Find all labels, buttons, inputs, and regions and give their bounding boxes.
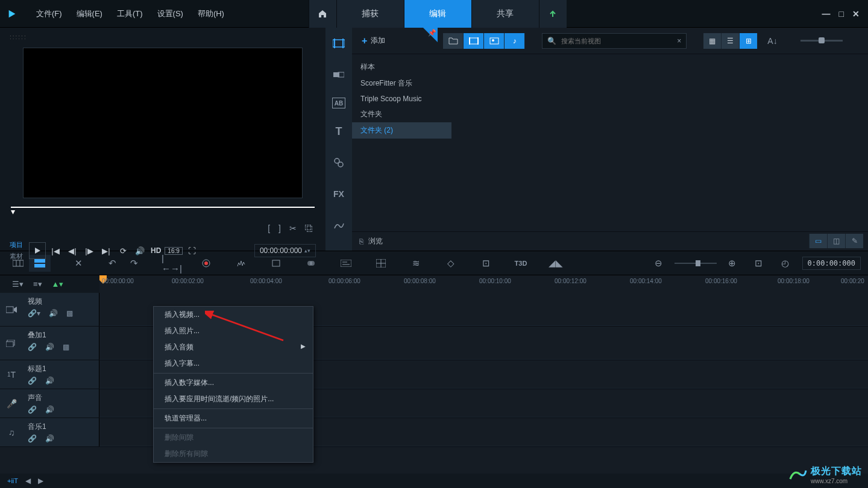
panel-layout-1-icon[interactable]: ▭ bbox=[809, 234, 827, 248]
track-mute-icon[interactable]: 🔊 bbox=[45, 405, 54, 414]
next-frame-button[interactable]: |▶ bbox=[82, 243, 96, 258]
filter-video-icon[interactable] bbox=[464, 33, 484, 49]
add-track-button[interactable]: +iiT bbox=[7, 477, 18, 484]
window-maximize[interactable]: □ bbox=[839, 9, 844, 19]
menu-tools[interactable]: 工具(T) bbox=[117, 8, 143, 19]
scrub-marker-icon[interactable]: ▾ bbox=[11, 207, 15, 216]
clip-mode-label[interactable]: 素材 bbox=[10, 252, 23, 261]
cm-insert-video[interactable]: 插入视频... bbox=[154, 307, 313, 323]
folder-triplescoop[interactable]: Triple Scoop Music bbox=[352, 92, 451, 106]
sort-icon[interactable]: A↓ bbox=[767, 36, 777, 46]
fullscreen-button[interactable]: ⛶ bbox=[185, 243, 200, 258]
track-visible-icon[interactable]: ▩ bbox=[63, 343, 69, 351]
tab-capture[interactable]: 捕获 bbox=[336, 0, 404, 28]
scroll-right-icon[interactable]: ▶ bbox=[38, 477, 43, 485]
folder-sample[interactable]: 样本 bbox=[352, 59, 451, 75]
lib-cat-media-icon[interactable] bbox=[330, 35, 347, 52]
folder-scorefitter[interactable]: ScoreFitter 音乐 bbox=[352, 75, 451, 92]
lib-cat-transitions-icon[interactable] bbox=[330, 66, 347, 83]
snapshot-icon[interactable]: ⿻ bbox=[305, 224, 313, 233]
panel-edit-icon[interactable]: ✎ bbox=[845, 234, 863, 248]
go-start-button[interactable]: |◀ bbox=[48, 243, 63, 258]
lib-cat-fx-icon[interactable]: FX bbox=[330, 186, 347, 202]
track-mute-icon[interactable]: 🔊 bbox=[49, 309, 58, 318]
search-input[interactable] bbox=[561, 37, 672, 45]
folder-2[interactable]: 文件夹 (2) bbox=[352, 122, 451, 139]
view-list-icon[interactable]: ☰ bbox=[722, 33, 740, 49]
motion-icon[interactable]: ◇ bbox=[440, 255, 462, 272]
video-preview[interactable] bbox=[23, 48, 303, 198]
filter-folder-icon[interactable] bbox=[443, 33, 464, 49]
mark-in-icon[interactable]: [ bbox=[268, 224, 270, 233]
cm-track-manager[interactable]: 轨道管理器... bbox=[154, 410, 313, 427]
track-link-icon[interactable]: 🔗 bbox=[28, 377, 37, 385]
track-mute-icon[interactable]: 🔊 bbox=[45, 343, 54, 351]
scroll-left-icon[interactable]: ◀ bbox=[25, 477, 31, 485]
view-thumbs-icon[interactable]: ▦ bbox=[703, 33, 722, 49]
cm-insert-digital[interactable]: 插入数字媒体... bbox=[154, 375, 313, 391]
filter-audio-icon[interactable]: ♪ bbox=[505, 33, 525, 49]
view-grid-icon[interactable]: ⊞ bbox=[740, 33, 758, 49]
prev-frame-button[interactable]: ◀| bbox=[65, 243, 80, 258]
track-add-icon[interactable]: ▲▾ bbox=[52, 280, 64, 289]
mask-icon[interactable]: ◢◣ bbox=[545, 255, 567, 272]
play-button[interactable] bbox=[29, 242, 46, 259]
fit-project-icon[interactable]: ⊡ bbox=[748, 255, 770, 272]
track-header-overlay[interactable]: 叠加1 🔗 🔊 ▩ bbox=[0, 327, 99, 360]
track-header-voice[interactable]: 🎤 声音 🔗 🔊 bbox=[0, 389, 99, 418]
search-clear-icon[interactable]: × bbox=[677, 37, 681, 45]
panel-grip[interactable]: :::::: bbox=[5, 33, 321, 42]
window-minimize[interactable]: — bbox=[822, 9, 831, 19]
project-mode-label[interactable]: 项目 bbox=[10, 240, 23, 249]
timeline-timecode[interactable]: 0:00:00:000 bbox=[802, 257, 861, 270]
browse-icon[interactable]: ⎘ bbox=[359, 237, 363, 246]
cm-insert-photo[interactable]: 插入照片... bbox=[154, 323, 313, 339]
preview-scrubber[interactable]: ▾ bbox=[11, 207, 315, 219]
track-link-icon[interactable]: 🔗 bbox=[28, 343, 37, 351]
lib-cat-text-icon[interactable]: T bbox=[330, 123, 347, 140]
add-media-button[interactable]: + 添加 bbox=[357, 33, 390, 49]
track-link-icon[interactable]: 🔗 bbox=[28, 405, 37, 414]
track-mute-icon[interactable]: 🔊 bbox=[45, 377, 54, 385]
track-mute-icon[interactable]: 🔊 bbox=[45, 434, 54, 443]
timeline-ruler[interactable]: 00:00:00:00 00:00:02:00 00:00:04:00 00:0… bbox=[99, 275, 868, 293]
menu-settings[interactable]: 设置(S) bbox=[157, 8, 183, 19]
window-close[interactable]: ✕ bbox=[852, 9, 860, 19]
track-visible-icon[interactable]: ▩ bbox=[66, 309, 73, 318]
tab-share[interactable]: 共享 bbox=[471, 0, 539, 28]
folder-1[interactable]: 文件夹 bbox=[352, 106, 451, 122]
zoom-out-icon[interactable]: ⊖ bbox=[648, 255, 670, 272]
timeline-zoom-slider[interactable] bbox=[675, 263, 717, 264]
panel-layout-2-icon[interactable]: ◫ bbox=[827, 234, 845, 248]
pin-icon[interactable]: 📌 bbox=[428, 29, 436, 37]
hd-badge[interactable]: HD bbox=[149, 246, 162, 255]
lib-cat-paths-icon[interactable] bbox=[330, 217, 347, 234]
aspect-ratio-badge[interactable]: 16:9 bbox=[165, 247, 182, 255]
speed-icon[interactable]: ≋ bbox=[405, 255, 427, 272]
track-link-icon[interactable]: 🔗▾ bbox=[28, 309, 40, 318]
go-end-button[interactable]: ▶| bbox=[99, 243, 113, 258]
loop-button[interactable]: ⟳ bbox=[116, 243, 130, 258]
track-header-video[interactable]: 视频 🔗▾ 🔊 ▩ bbox=[0, 293, 99, 326]
menu-file[interactable]: 文件(F) bbox=[36, 8, 62, 19]
volume-button[interactable]: 🔊 bbox=[133, 243, 147, 258]
track-options-2-icon[interactable]: ≡▾ bbox=[33, 280, 42, 289]
multi-view-icon[interactable] bbox=[370, 255, 392, 272]
library-grid[interactable] bbox=[451, 54, 868, 231]
menu-help[interactable]: 帮助(H) bbox=[198, 8, 224, 19]
browse-label[interactable]: 浏览 bbox=[368, 236, 383, 246]
clock-icon[interactable]: ◴ bbox=[775, 255, 796, 272]
tracking-icon[interactable]: ⊡ bbox=[475, 255, 497, 272]
tab-edit[interactable]: 编辑 bbox=[404, 0, 471, 28]
cut-icon[interactable]: ✂ bbox=[289, 224, 297, 233]
track-options-1-icon[interactable]: ☰▾ bbox=[12, 280, 24, 289]
cm-insert-timelapse[interactable]: 插入要应用时间流逝/频闪的照片... bbox=[154, 391, 313, 407]
thumb-zoom-slider[interactable] bbox=[800, 40, 843, 42]
tab-home[interactable] bbox=[309, 0, 336, 28]
t3d-button[interactable]: T3D bbox=[510, 255, 532, 272]
preview-timecode[interactable]: 00:00:00:000 ▴▾ bbox=[254, 244, 316, 257]
track-header-title[interactable]: 1T 标题1 🔗 🔊 bbox=[0, 360, 99, 389]
menu-edit[interactable]: 编辑(E) bbox=[77, 8, 102, 19]
filter-photo-icon[interactable] bbox=[484, 33, 505, 49]
subtitle-icon[interactable] bbox=[335, 255, 357, 272]
